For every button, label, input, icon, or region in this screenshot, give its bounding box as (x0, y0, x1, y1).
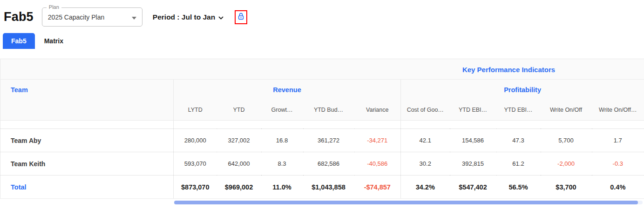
total-value: 0.4% (592, 176, 644, 199)
cell-value: 593,070 (174, 152, 217, 176)
group-header-profitability: Profitability (401, 80, 644, 100)
cell-value: 42.1 (401, 129, 450, 152)
tab-bar: Fab5 Matrix (0, 33, 644, 49)
total-value: 11.0% (261, 176, 303, 199)
lock-button[interactable] (235, 10, 247, 24)
cell-value: 392,815 (450, 152, 496, 176)
period-dropdown[interactable]: Period : Jul to Jan (153, 13, 224, 21)
column-header-ytd-ebi-2: YTD EBI… (496, 100, 541, 121)
cell-value: 682,586 (303, 152, 354, 176)
plan-select-label: Plan (47, 4, 61, 10)
team-column-header: Team (0, 80, 174, 121)
cell-value: 5,700 (541, 129, 592, 152)
row-spacer-cell (174, 121, 401, 129)
tab-matrix[interactable]: Matrix (36, 33, 72, 49)
row-spacer-cell (401, 121, 644, 129)
total-value: 56.5% (496, 176, 541, 199)
lock-icon (237, 13, 244, 22)
group-header-row: Team Revenue Profitability (0, 80, 644, 100)
cell-value: -2,000 (541, 152, 592, 176)
total-value: $3,700 (541, 176, 592, 199)
column-header-write-on-off: Write On/Off (541, 100, 592, 121)
cell-value: 1.7 (592, 129, 644, 152)
row-spacer-cell (0, 121, 174, 129)
cell-value: -0.3 (592, 152, 644, 176)
kpi-table: Key Performance Indicators Team Revenue … (0, 59, 644, 199)
table-row-team-keith: Team Keith 593,070 642,000 8.3 682,586 -… (0, 152, 644, 176)
caret-down-icon (132, 13, 136, 21)
page-title: Fab5 (4, 10, 34, 24)
total-value: 34.2% (401, 176, 450, 199)
column-header-variance: Variance (354, 100, 401, 121)
column-header-lytd: LYTD (174, 100, 217, 121)
column-header-cost-of-goods: Cost of Goo… (401, 100, 450, 121)
plan-select[interactable]: Plan 2025 Capacity Plan (42, 7, 142, 27)
column-header-growth: Growt… (261, 100, 303, 121)
cell-value: 327,002 (217, 129, 261, 152)
chevron-down-icon (218, 13, 224, 21)
cell-value: -40,586 (354, 152, 401, 176)
cell-value: 61.2 (496, 152, 541, 176)
team-name: Team Aby (0, 129, 174, 152)
plan-select-value: 2025 Capacity Plan (48, 14, 104, 21)
column-header-ytd: YTD (217, 100, 261, 121)
kpi-header-row: Key Performance Indicators (0, 59, 644, 80)
horizontal-scrollbar-track[interactable] (174, 201, 643, 204)
total-value: $1,043,858 (303, 176, 354, 199)
cell-value: 280,000 (174, 129, 217, 152)
table-row-team-aby: Team Aby 280,000 327,002 16.8 361,272 -3… (0, 129, 644, 152)
total-value: -$74,857 (354, 176, 401, 199)
total-value: $873,070 (174, 176, 217, 199)
total-value: $969,002 (217, 176, 261, 199)
cell-value: 8.3 (261, 152, 303, 176)
group-header-revenue: Revenue (174, 80, 401, 100)
horizontal-scrollbar-thumb[interactable] (174, 201, 638, 204)
column-header-write-on-off-2: Write On/Off… (592, 100, 644, 121)
team-name: Team Keith (0, 152, 174, 176)
cell-value: 642,000 (217, 152, 261, 176)
table-row-total: Total $873,070 $969,002 11.0% $1,043,858… (0, 176, 644, 199)
column-header-ytd-budget: YTD Bud… (303, 100, 354, 121)
period-label: Period : Jul to Jan (153, 13, 215, 21)
total-value: $547,402 (450, 176, 496, 199)
tab-fab5[interactable]: Fab5 (3, 33, 35, 49)
top-bar: Fab5 Plan 2025 Capacity Plan Period : Ju… (0, 0, 644, 29)
cell-value: 361,272 (303, 129, 354, 152)
cell-value: 16.8 (261, 129, 303, 152)
row-spacer (0, 121, 644, 129)
kpi-header-title: Key Performance Indicators (387, 65, 630, 73)
cell-value: 30.2 (401, 152, 450, 176)
total-label: Total (0, 176, 174, 199)
cell-value: -34,271 (354, 129, 401, 152)
cell-value: 154,586 (450, 129, 496, 152)
cell-value: 47.3 (496, 129, 541, 152)
column-header-ytd-ebi-1: YTD EBI… (450, 100, 496, 121)
kpi-header-cell: Key Performance Indicators (0, 59, 644, 80)
